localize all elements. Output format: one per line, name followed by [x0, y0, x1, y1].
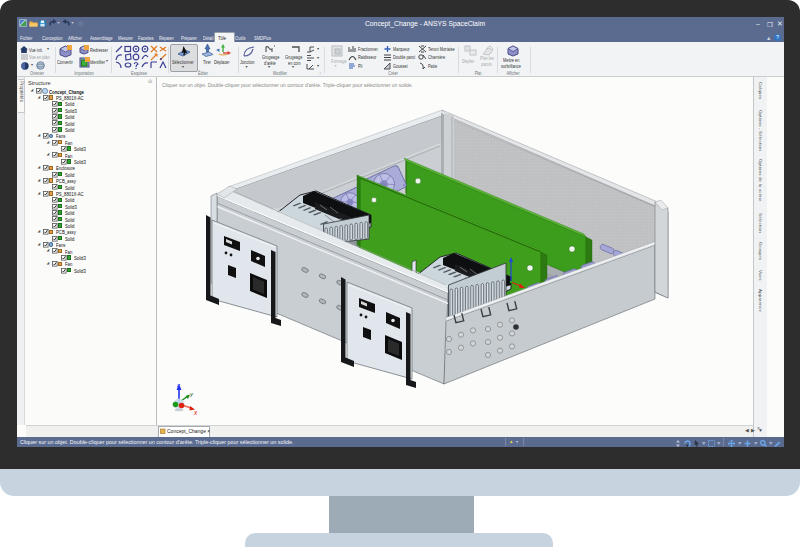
svg-text:x: x: [193, 409, 198, 416]
svg-text:z: z: [176, 382, 180, 388]
svg-text:y: y: [189, 391, 194, 397]
